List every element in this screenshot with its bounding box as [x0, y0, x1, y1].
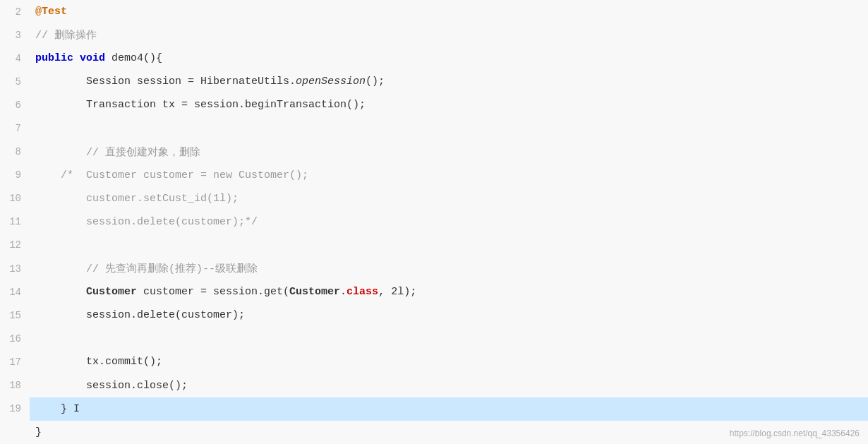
line-number: 10 [0, 187, 30, 210]
code-table: 2@Test3// 删除操作4public void demo4(){5 Ses… [0, 0, 868, 444]
code-line: Customer customer = session.get(Customer… [30, 280, 868, 304]
code-line: /* Customer customer = new Customer(); [30, 164, 868, 187]
line-number: 14 [0, 280, 30, 304]
code-line: session.delete(customer); [30, 304, 868, 327]
code-container: 2@Test3// 删除操作4public void demo4(){5 Ses… [0, 0, 868, 444]
code-line: } I [30, 397, 868, 421]
line-number: 13 [0, 257, 30, 280]
code-line [30, 116, 868, 140]
line-number: 18 [0, 374, 30, 397]
code-line: Session session = HibernateUtils.openSes… [30, 70, 868, 93]
line-number: 8 [0, 140, 30, 164]
code-line: session.close(); [30, 374, 868, 397]
line-number: 17 [0, 350, 30, 373]
watermark: https://blog.csdn.net/qq_43356426 [730, 428, 860, 438]
line-number: 15 [0, 304, 30, 327]
line-number: 4 [0, 47, 30, 70]
line-number: 19 [0, 397, 30, 421]
code-line: customer.setCust_id(1l); [30, 187, 868, 210]
line-number: 6 [0, 93, 30, 116]
code-line: public void demo4(){ [30, 47, 868, 70]
line-number: 12 [0, 234, 30, 257]
code-line: // 先查询再删除(推荐)--级联删除 [30, 257, 868, 280]
line-number: 3 [0, 23, 30, 47]
code-line [30, 327, 868, 350]
code-line: // 删除操作 [30, 23, 868, 47]
line-number: 5 [0, 70, 30, 93]
code-line: session.delete(customer);*/ [30, 210, 868, 234]
code-line: Transaction tx = session.beginTransactio… [30, 93, 868, 116]
line-number: 7 [0, 116, 30, 140]
code-line: // 直接创建对象，删除 [30, 140, 868, 164]
code-line: tx.commit(); [30, 350, 868, 373]
line-number: 11 [0, 210, 30, 234]
line-number: 16 [0, 327, 30, 350]
line-number [0, 421, 30, 444]
code-line: @Test [30, 0, 868, 23]
line-number: 9 [0, 164, 30, 187]
line-number: 2 [0, 0, 30, 23]
code-line [30, 234, 868, 257]
